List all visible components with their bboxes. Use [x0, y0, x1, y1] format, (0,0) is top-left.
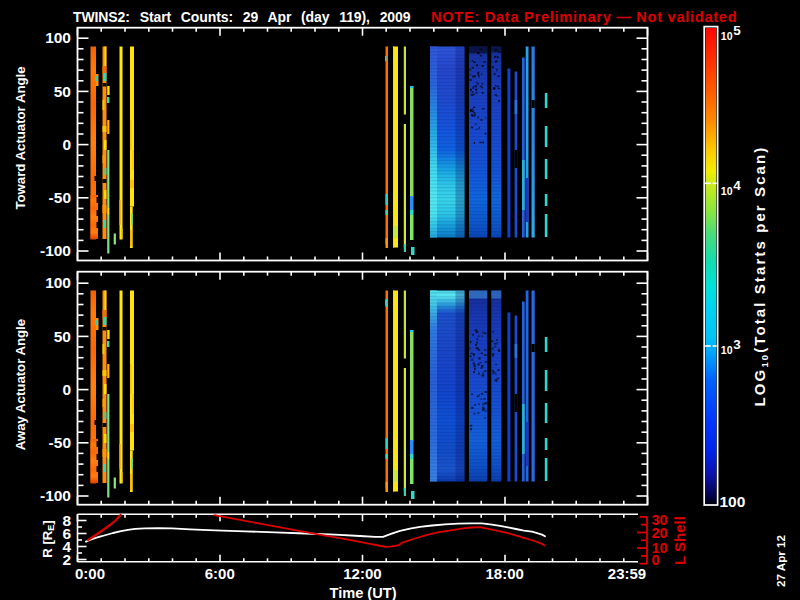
svg-text:0: 0 [652, 552, 660, 568]
svg-text:18:00: 18:00 [486, 565, 524, 582]
svg-text:6:00: 6:00 [205, 565, 235, 582]
svg-text:100: 100 [720, 493, 746, 510]
svg-text:5: 5 [733, 23, 741, 38]
svg-text:0: 0 [62, 136, 71, 153]
svg-text:20: 20 [652, 525, 668, 541]
svg-text:2: 2 [62, 551, 71, 568]
svg-text:10: 10 [721, 30, 733, 42]
svg-text:3: 3 [733, 337, 741, 352]
svg-text:Time (UT): Time (UT) [329, 585, 396, 600]
svg-text:Away Actuator Angle: Away Actuator Angle [13, 319, 28, 450]
svg-text:-50: -50 [49, 189, 71, 206]
svg-text:-100: -100 [40, 242, 71, 259]
svg-text:100: 100 [45, 29, 71, 46]
svg-text:NOTE: Data Preliminary — Not v: NOTE: Data Preliminary — Not validated [431, 9, 737, 25]
svg-text:10: 10 [721, 185, 733, 197]
svg-text:-100: -100 [40, 487, 71, 504]
svg-text:50: 50 [54, 83, 71, 100]
svg-text:Toward Actuator Angle: Toward Actuator Angle [13, 66, 28, 209]
svg-text:10: 10 [721, 344, 733, 356]
svg-text:L Shell: L Shell [671, 516, 688, 565]
svg-text:50: 50 [54, 328, 71, 345]
svg-text:23:59: 23:59 [608, 565, 646, 582]
svg-text:12:00: 12:00 [343, 565, 381, 582]
svg-text:-50: -50 [49, 434, 71, 451]
svg-text:0:00: 0:00 [75, 565, 105, 582]
svg-text:4: 4 [733, 178, 741, 193]
svg-text:0: 0 [62, 381, 71, 398]
svg-text:TWINS2: Start Counts: 29 Apr (: TWINS2: Start Counts: 29 Apr (day 119), … [73, 9, 411, 25]
svg-text:27 Apr 12: 27 Apr 12 [774, 535, 787, 587]
svg-text:100: 100 [45, 274, 71, 291]
